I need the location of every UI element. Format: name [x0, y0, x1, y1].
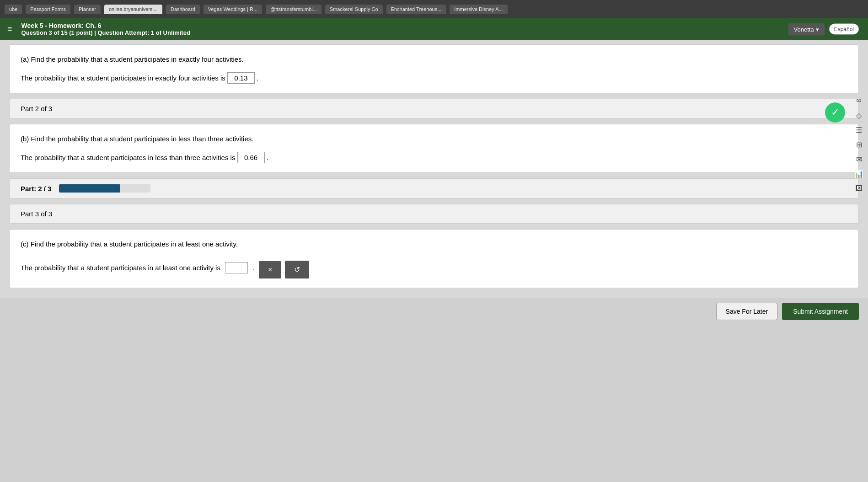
part2-header: Part 2 of 3 [9, 99, 859, 118]
part-progress-label: Part: 2 / 3 [21, 185, 52, 193]
question-info: Question 3 of 15 (1 point) | Question At… [21, 29, 190, 36]
part2-container: Part 2 of 3 ✓ (b) Find the probability t… [9, 99, 859, 173]
week-label: Week 5 - Homework: Ch. 6 [21, 22, 190, 29]
chevron-down-icon: ▾ [816, 26, 819, 32]
action-buttons: × ↺ [259, 261, 309, 278]
user-menu-button[interactable]: Vonetta ▾ [788, 23, 825, 35]
tab-dashboard[interactable]: Dashboard [166, 5, 200, 14]
progress-bar-fill [59, 184, 120, 193]
submit-assignment-button[interactable]: Submit Assignment [782, 303, 859, 320]
part2-answer-input[interactable] [237, 152, 265, 163]
main-content: (a) Find the probability that a student … [0, 40, 868, 298]
chart-icon[interactable]: 📊 [852, 167, 865, 180]
part3-answer-input[interactable] [225, 262, 248, 273]
part-progress-header: Part: 2 / 3 [9, 178, 859, 198]
tab-ube[interactable]: ube [5, 5, 22, 14]
part1-period: . [257, 74, 258, 82]
tab-enchanted[interactable]: Enchanted Treehous... [386, 5, 446, 14]
tab-vegas[interactable]: Vegas Weddings | R... [204, 5, 262, 14]
tab-online-bryan[interactable]: online.bryanuniversi... [104, 5, 162, 14]
part3-header-bar: Part 3 of 3 [9, 204, 859, 224]
part1-answer-input[interactable] [227, 72, 255, 84]
part1-answer-line: The probability that a student participa… [21, 72, 847, 84]
infinity-icon[interactable]: ∞ [852, 94, 865, 107]
part1-panel: (a) Find the probability that a student … [9, 44, 859, 93]
right-sidebar: ∞ ◇ ☰ ⊞ ✉ 📊 🖼 [850, 91, 868, 198]
list-icon[interactable]: ☰ [852, 123, 865, 136]
bottom-action-bar: Save For Later Submit Assignment [0, 298, 868, 325]
tab-ttstransfer[interactable]: @ttstransferstumbl... [266, 5, 321, 14]
language-button[interactable]: Español [829, 24, 859, 35]
undo-button[interactable]: ↺ [285, 261, 309, 278]
part2-panel: (b) Find the probability that a student … [9, 124, 859, 173]
progress-bar [59, 184, 150, 193]
tab-passport[interactable]: Passport Forms [26, 5, 70, 14]
envelope-icon[interactable]: ✉ [852, 153, 865, 166]
browser-tab-bar: ube Passport Forms Planner online.bryanu… [0, 0, 868, 18]
image-icon[interactable]: 🖼 [852, 182, 865, 195]
clear-button[interactable]: × [259, 261, 281, 278]
course-header: ≡ Week 5 - Homework: Ch. 6 Question 3 of… [0, 18, 868, 40]
question-a-text: (a) Find the probability that a student … [21, 54, 847, 65]
part2-answer-label: The probability that a student participa… [21, 154, 235, 161]
part2-header-label: Part 2 of 3 [21, 105, 52, 112]
correct-check-icon: ✓ [825, 102, 845, 123]
part3-answer-row: The probability that a student participa… [21, 257, 847, 278]
tab-planner[interactable]: Planner [74, 5, 101, 14]
question-b-text: (b) Find the probability that a student … [21, 134, 847, 145]
part3-panel: (c) Find the probability that a student … [9, 229, 859, 288]
part3-header-label: Part 3 of 3 [21, 210, 52, 218]
part2-answer-line: The probability that a student participa… [21, 152, 847, 163]
part2-period: . [267, 154, 268, 161]
part3-answer-label: The probability that a student participa… [21, 262, 220, 273]
grid-icon[interactable]: ⊞ [852, 138, 865, 151]
tab-immersive[interactable]: Immersive Disney A... [450, 5, 507, 14]
part1-answer-label: The probability that a student participa… [21, 74, 225, 82]
diamond-icon[interactable]: ◇ [852, 109, 865, 122]
tab-smackerei[interactable]: Smackerei Supply Co [325, 5, 383, 14]
save-for-later-button[interactable]: Save For Later [716, 303, 778, 320]
question-c-text: (c) Find the probability that a student … [21, 239, 847, 250]
user-name: Vonetta [794, 26, 814, 32]
hamburger-menu[interactable]: ≡ [7, 24, 12, 34]
part3-period: . [252, 262, 254, 273]
